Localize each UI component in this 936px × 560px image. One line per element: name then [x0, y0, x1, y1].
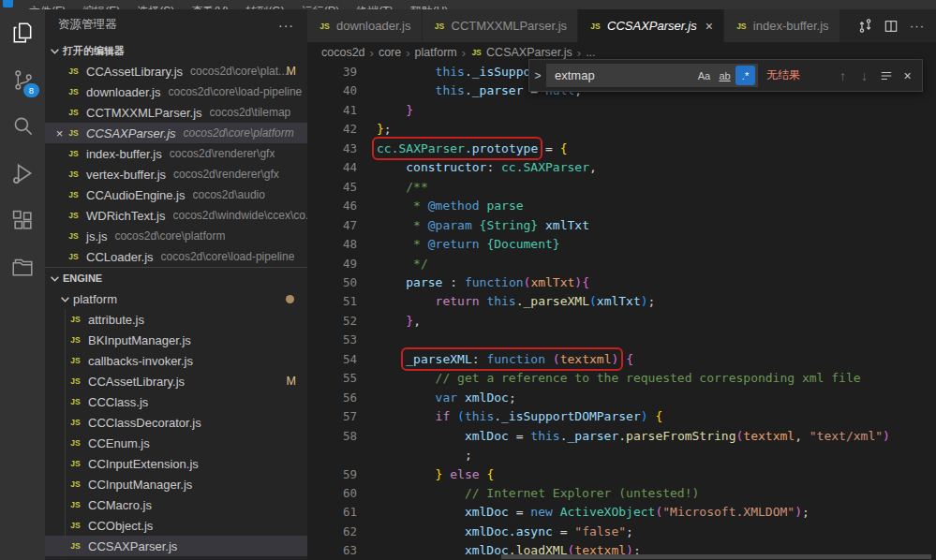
tree-file-item[interactable]: JSCCInputExtension.js — [45, 453, 307, 474]
tree-file-item[interactable]: JSCCInputManager.js — [45, 474, 307, 494]
file-name: WDRichText.js — [86, 209, 166, 223]
open-editor-item[interactable]: JSCCTMXXMLParser.jscocos2d\tilemap — [45, 102, 307, 123]
token: ; — [509, 391, 516, 405]
file-name: CCLoader.js — [86, 250, 154, 264]
editor-tab[interactable]: JSCCTMXXMLParser.js — [423, 9, 579, 42]
tree-file-item[interactable]: JSCCClassDecorator.js — [45, 412, 307, 433]
tree-file-item[interactable]: JSBKInputManager.js — [45, 330, 307, 350]
editor-tab[interactable]: JSCCSAXParser.js× — [578, 9, 724, 42]
open-editors-header[interactable]: 打开的编辑器 — [45, 40, 307, 61]
tree-folder-platform[interactable]: platform — [45, 288, 307, 309]
token: "Microsoft.XMLDOM" — [662, 505, 795, 519]
open-editor-item[interactable]: JSindex-buffer.jscocos2d\renderer\gfx — [45, 143, 307, 164]
token: this — [436, 65, 465, 79]
menu-item[interactable]: 编辑(E) — [74, 5, 128, 9]
run-debug-icon[interactable] — [0, 150, 45, 197]
tree-file-item[interactable]: JSattribute.js — [45, 309, 307, 330]
search-icon[interactable] — [0, 103, 45, 150]
open-editor-item[interactable]: JSCCAssetLibrary.jscocos2d\core\plat...M — [45, 61, 307, 81]
modified-badge: M — [287, 65, 296, 78]
close-icon[interactable]: × — [706, 20, 713, 33]
tree-file-item[interactable]: JSCCSAXParser.js — [45, 536, 307, 556]
token: * — [406, 237, 427, 251]
token: ; — [384, 122, 392, 136]
file-path: cocos2d\windwide\ccex\co... — [173, 209, 307, 222]
token: = — [509, 429, 530, 443]
line-content: constructor: cc.SAXParser, — [377, 158, 936, 177]
menu-item[interactable]: 转到(G) — [237, 5, 292, 9]
breadcrumb-item[interactable]: ... — [586, 46, 595, 59]
open-editor-item[interactable]: JSjs.jscocos2d\core\platform — [45, 226, 307, 246]
line-content: */ — [377, 255, 936, 273]
line-content: return this._parseXML(xmlTxt); — [377, 292, 936, 311]
js-file-icon: JS — [68, 395, 82, 409]
more-actions-icon[interactable]: ··· — [278, 18, 294, 33]
chevron-down-icon — [50, 273, 60, 284]
code-line: ; — [307, 446, 936, 464]
more-actions-icon[interactable]: ··· — [904, 13, 930, 39]
file-name: CCSAXParser.js — [88, 539, 177, 553]
regex-icon[interactable]: .* — [735, 66, 755, 85]
split-editor-icon[interactable] — [878, 13, 904, 39]
tree-file-item[interactable]: JSCCAssetLibrary.jsM — [45, 371, 307, 391]
toggle-replace-chevron-icon[interactable]: > — [529, 69, 546, 82]
menu-item[interactable]: 查看(V) — [183, 5, 237, 9]
whole-word-icon[interactable]: ab — [715, 66, 735, 85]
line-number: 43 — [307, 140, 377, 158]
line-content: * @param {String} xmlTxt — [377, 216, 936, 235]
find-in-selection-icon[interactable] — [875, 65, 897, 86]
editor-tab[interactable]: JSindex-buffer.js — [724, 9, 840, 42]
tree-file-item[interactable]: JSCCClass.js — [45, 391, 307, 412]
token: = — [553, 524, 574, 538]
folder-library-icon[interactable] — [0, 243, 45, 290]
line-number: 40 — [307, 81, 377, 100]
code-area[interactable]: 39this._isSupportDOMParser = false;40thi… — [307, 63, 936, 560]
token: , — [589, 160, 597, 174]
breadcrumb-item[interactable]: core — [379, 46, 401, 59]
breadcrumb-item[interactable]: platform — [415, 46, 457, 59]
open-editor-item[interactable]: JSCCLoader.jscocos2d\core\load-pipeline — [45, 246, 307, 267]
source-control-icon[interactable]: 8 — [0, 56, 45, 103]
editor-tab[interactable]: JSdownloader.js — [307, 9, 423, 42]
menu-item[interactable]: 选择(S) — [128, 5, 183, 9]
match-case-icon[interactable]: Aa — [694, 66, 714, 85]
tree-file-item[interactable]: JSCCObject.js — [45, 515, 307, 536]
open-editor-item[interactable]: ×JSCCSAXParser.jscocos2d\core\platform — [45, 123, 307, 143]
token: , — [413, 314, 421, 328]
extensions-icon[interactable] — [0, 197, 45, 243]
line-number: 42 — [307, 120, 377, 139]
token: xmlDoc — [465, 524, 509, 538]
find-input[interactable]: extmap Aa ab .* — [546, 64, 758, 87]
close-icon[interactable]: × — [52, 126, 67, 140]
token: ) — [795, 505, 802, 519]
previous-match-icon[interactable]: ↑ — [832, 65, 854, 86]
horizontal-scrollbar[interactable] — [501, 554, 931, 559]
breadcrumb-item[interactable]: JSCCSAXParser.js — [470, 46, 572, 60]
engine-section-header[interactable]: ENGINE — [45, 267, 307, 288]
token: xmlDoc — [465, 429, 509, 443]
breadcrumb-item[interactable]: cocos2d — [321, 46, 365, 59]
open-editor-item[interactable]: JSdownloader.jscocos2d\core\load-pipelin… — [45, 81, 307, 102]
open-editors-list: JSCCAssetLibrary.jscocos2d\core\plat...M… — [45, 61, 307, 267]
js-file-icon: JS — [68, 313, 82, 327]
open-editor-item[interactable]: JSWDRichText.jscocos2d\windwide\ccex\co.… — [45, 205, 307, 226]
tree-file-item[interactable]: JSCCEnum.js — [45, 433, 307, 453]
js-file-icon: JS — [68, 539, 82, 553]
close-find-icon[interactable]: × — [897, 65, 918, 86]
line-number: 48 — [307, 235, 377, 254]
token: */ — [406, 257, 427, 271]
breadcrumb-label: CCSAXParser.js — [486, 46, 572, 59]
open-editor-item[interactable]: JSCCAudioEngine.jscocos2d\audio — [45, 184, 307, 205]
code-line: 44constructor: cc.SAXParser, — [307, 158, 936, 177]
next-match-icon[interactable]: ↓ — [854, 65, 875, 86]
find-query-text[interactable]: extmap — [555, 68, 693, 82]
token: else — [450, 467, 479, 481]
explorer-icon[interactable] — [0, 9, 45, 56]
tree-file-item[interactable]: JScallbacks-invoker.js — [45, 350, 307, 371]
open-editor-item[interactable]: JSvertex-buffer.jscocos2d\renderer\gfx — [45, 164, 307, 184]
token: // get a reference to the requested corr… — [436, 371, 861, 385]
open-changes-icon[interactable] — [852, 13, 878, 39]
token: ( — [457, 409, 465, 423]
tree-file-item[interactable]: JSCCMacro.js — [45, 494, 307, 515]
line-content: /** — [377, 178, 936, 197]
